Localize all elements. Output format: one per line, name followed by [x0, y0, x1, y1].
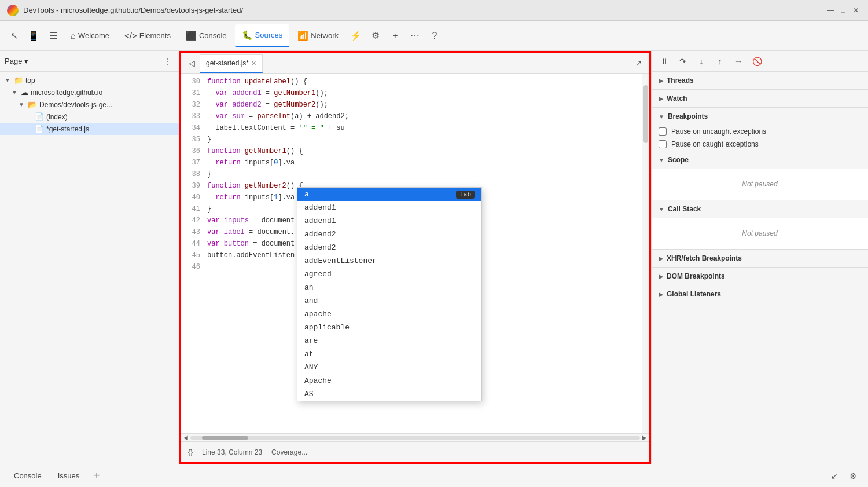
- pause-uncaught-checkbox[interactable]: [659, 127, 667, 136]
- ac-item-addend2-2[interactable]: addend2: [297, 241, 481, 254]
- global-arrow: ▶: [659, 291, 663, 298]
- line-num-30: 30: [181, 76, 207, 87]
- performance-icon[interactable]: ⚡: [347, 27, 365, 45]
- scrollbar-thumb[interactable]: [643, 85, 648, 143]
- step-over-btn[interactable]: ↷: [675, 53, 691, 69]
- ac-label-at: at: [304, 350, 314, 358]
- line-code-31: var addend1 = getNumber1();: [207, 87, 328, 99]
- more-icon[interactable]: ⋯: [406, 27, 424, 45]
- bottom-scroll: ◀ ▶: [181, 433, 649, 441]
- line-num-42: 42: [181, 215, 207, 226]
- undock-btn[interactable]: ↙: [826, 468, 843, 484]
- maximize-button[interactable]: □: [838, 5, 848, 16]
- ac-item-addeventlistener[interactable]: addEventListener: [297, 254, 481, 268]
- code-scrollbar[interactable]: [642, 74, 649, 433]
- ac-item-applicable[interactable]: applicable: [297, 321, 481, 334]
- editor-back-btn[interactable]: ◁: [183, 55, 200, 71]
- inspect-icon[interactable]: ↖: [5, 27, 23, 45]
- ac-item-apache[interactable]: apache: [297, 307, 481, 321]
- tree-item-getstarted[interactable]: 📄 *get-started.js: [0, 123, 179, 135]
- breakpoints-header[interactable]: ▼ Breakpoints: [652, 108, 868, 125]
- global-header[interactable]: ▶ Global Listeners: [652, 285, 868, 303]
- watch-header[interactable]: ▶ Watch: [652, 90, 868, 107]
- xhr-arrow: ▶: [659, 255, 663, 262]
- line-code-40: return inputs[1].va: [207, 192, 295, 203]
- network-icon: 📶: [297, 31, 308, 41]
- tree-item-index[interactable]: 📄 (index): [0, 111, 179, 123]
- ac-item-addend1-2[interactable]: addend1: [297, 214, 481, 228]
- step-out-btn[interactable]: ↑: [712, 53, 728, 69]
- ac-item-addend2-1[interactable]: addend2: [297, 228, 481, 241]
- ac-item-apache-upper[interactable]: Apache: [297, 374, 481, 387]
- scope-section: ▼ Scope Not paused: [652, 151, 868, 200]
- help-icon[interactable]: ?: [425, 27, 444, 45]
- line-num-43: 43: [181, 226, 207, 238]
- ac-label-as: AS: [304, 390, 314, 398]
- tree-label-top: top: [25, 76, 35, 85]
- tab-welcome[interactable]: ⌂ Welcome: [64, 24, 116, 47]
- line-code-41: }: [207, 203, 211, 215]
- callstack-section: ▼ Call Stack Not paused: [652, 200, 868, 250]
- line-code-45: button.addEventListen: [207, 250, 295, 261]
- step-into-btn[interactable]: ↓: [693, 53, 709, 69]
- issues-tab[interactable]: Issues: [51, 468, 87, 484]
- ac-item-and[interactable]: and: [297, 294, 481, 307]
- ac-item-as[interactable]: AS: [297, 387, 481, 401]
- deactivate-btn[interactable]: 🚫: [749, 53, 765, 69]
- toggle-icon[interactable]: ☰: [44, 27, 62, 45]
- ac-item-at[interactable]: at: [297, 347, 481, 361]
- tree-item-domain[interactable]: ▼ ☁ microsoftedge.github.io: [0, 86, 179, 98]
- pause-uncaught-row: Pause on uncaught exceptions: [652, 125, 868, 138]
- dom-arrow: ▶: [659, 273, 663, 280]
- pause-caught-checkbox[interactable]: [659, 140, 667, 148]
- tab-console[interactable]: ⬛ Console: [179, 24, 234, 47]
- window-controls[interactable]: — □ ✕: [825, 5, 861, 16]
- console-tab[interactable]: Console: [7, 468, 49, 484]
- settings-btn2[interactable]: ⚙: [845, 468, 861, 484]
- ac-item-addend1-1[interactable]: addend1: [297, 201, 481, 214]
- h-scrollbar[interactable]: [190, 436, 640, 440]
- close-button[interactable]: ✕: [851, 5, 861, 16]
- main-layout: Page ▾ ⋮ ▼ 📁 top ▼ ☁ microsoftedge.githu…: [0, 51, 868, 464]
- sources-icon: 🐛: [242, 30, 253, 41]
- threads-header[interactable]: ▶ Threads: [652, 72, 868, 89]
- tab-elements[interactable]: </> Elements: [117, 24, 178, 47]
- dom-header[interactable]: ▶ DOM Breakpoints: [652, 268, 868, 285]
- editor-expand-btn[interactable]: ↗: [631, 55, 647, 71]
- device-icon[interactable]: 📱: [24, 27, 43, 45]
- scroll-right[interactable]: ▶: [642, 434, 647, 441]
- console-icon: ⬛: [186, 31, 197, 41]
- ac-item-a[interactable]: a tab: [297, 188, 481, 201]
- elements-icon: </>: [124, 31, 137, 41]
- settings-icon[interactable]: ⚙: [366, 27, 385, 45]
- line-code-35: }: [207, 134, 211, 145]
- new-tab-icon[interactable]: +: [386, 27, 404, 45]
- scroll-left[interactable]: ◀: [183, 434, 188, 441]
- xhr-header[interactable]: ▶ XHR/fetch Breakpoints: [652, 250, 868, 267]
- tab-sources[interactable]: 🐛 Sources: [235, 24, 290, 47]
- code-scroll[interactable]: 30 function updateLabel() { 31 var adden…: [181, 74, 642, 433]
- bottom-bar: Console Issues + ↙ ⚙: [0, 464, 868, 487]
- arrow-top: ▼: [5, 77, 12, 83]
- add-tab-btn[interactable]: +: [89, 468, 105, 484]
- ac-item-any[interactable]: ANY: [297, 361, 481, 374]
- callstack-header[interactable]: ▼ Call Stack: [652, 200, 868, 218]
- tree-label-index: (index): [46, 113, 68, 121]
- code-line-30: 30 function updateLabel() {: [181, 76, 642, 87]
- tree-item-top[interactable]: ▼ 📁 top: [0, 74, 179, 86]
- tab-network-label: Network: [311, 31, 339, 40]
- editor-tab-close[interactable]: ✕: [251, 60, 256, 67]
- ac-item-are[interactable]: are: [297, 334, 481, 347]
- minimize-button[interactable]: —: [825, 5, 836, 16]
- ac-item-an[interactable]: an: [297, 281, 481, 294]
- pause-btn[interactable]: ⏸: [656, 53, 672, 69]
- scope-header[interactable]: ▼ Scope: [652, 151, 868, 169]
- tab-network[interactable]: 📶 Network: [290, 24, 345, 47]
- more-options-icon[interactable]: ⋮: [161, 55, 174, 68]
- editor-tab-getstarted[interactable]: get-started.js* ✕: [200, 54, 263, 73]
- tree-item-demos[interactable]: ▼ 📂 Demos/devtools-js-ge...: [0, 98, 179, 111]
- ac-item-agreed[interactable]: agreed: [297, 268, 481, 281]
- threads-arrow: ▶: [659, 78, 663, 84]
- step-btn[interactable]: →: [730, 53, 746, 69]
- page-selector[interactable]: Page ▾: [5, 57, 28, 65]
